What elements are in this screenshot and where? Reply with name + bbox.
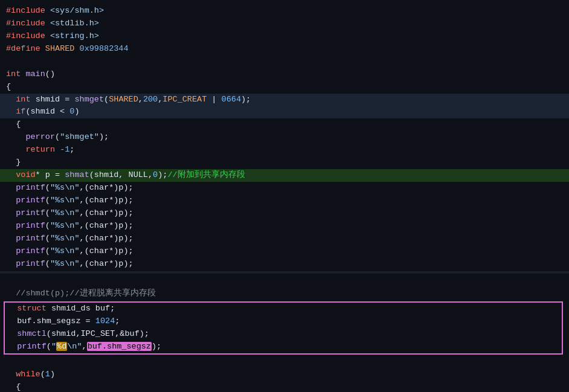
code-line-printf1: printf("%s\n",(char*)p); (0, 182, 569, 194)
code-line-3: #include <string.h> (0, 30, 569, 43)
code-line-int-main: int main() (0, 68, 569, 81)
code-line-buf-segsz: buf.shm_segsz = 1024; (5, 315, 562, 328)
code-line-1: #include <sys/shm.h> (0, 5, 569, 18)
code-line-printf-d: printf("%d\n",buf.shm_segsz); (5, 341, 562, 353)
code-line-shmctl: shmctl(shmid,IPC_SET,&buf); (5, 328, 562, 341)
code-line-printf2: printf("%s\n",(char*)p); (0, 194, 569, 207)
code-line-printf7: printf("%s\n",(char*)p); (0, 258, 569, 271)
code-line-if-shmid: if(shmid < 0) (0, 106, 569, 118)
blank-line-5 (0, 56, 569, 68)
code-line-return-neg1: return -1; (0, 144, 569, 156)
code-line-brace1: { (0, 81, 569, 94)
blank-line-before-comment (0, 275, 569, 288)
code-line-printf4: printf("%s\n",(char*)p); (0, 220, 569, 233)
code-line-shmid: int shmid = shmget(SHARED,200,IPC_CREAT … (0, 94, 569, 106)
code-line-struct: struct shmid_ds buf; (5, 303, 562, 315)
code-line-void-p: void* p = shmat(shmid, NULL,0);//附加到共享内存… (0, 169, 569, 182)
blank-line-after-box (0, 356, 569, 368)
code-line-printf5: printf("%s\n",(char*)p); (0, 233, 569, 245)
code-line-comment-shmdt: //shmdt(p);//进程脱离共享内存段 (0, 288, 569, 300)
code-line-brace4: { (0, 381, 569, 392)
code-line-2: #include <stdlib.h> (0, 18, 569, 30)
code-line-brace2: { (0, 118, 569, 131)
code-editor: #include <sys/shm.h> #include <stdlib.h>… (0, 0, 569, 392)
code-line-while: while(1) (0, 368, 569, 381)
boxed-section: struct shmid_ds buf; buf.shm_segsz = 102… (4, 301, 563, 355)
code-line-4: #define SHARED 0x99882344 (0, 43, 569, 56)
code-line-perror: perror("shmget"); (0, 131, 569, 144)
code-line-printf6: printf("%s\n",(char*)p); (0, 245, 569, 258)
code-line-printf3: printf("%s\n",(char*)p); (0, 207, 569, 220)
code-line-brace3: } (0, 156, 569, 169)
separator-bar (0, 271, 569, 274)
